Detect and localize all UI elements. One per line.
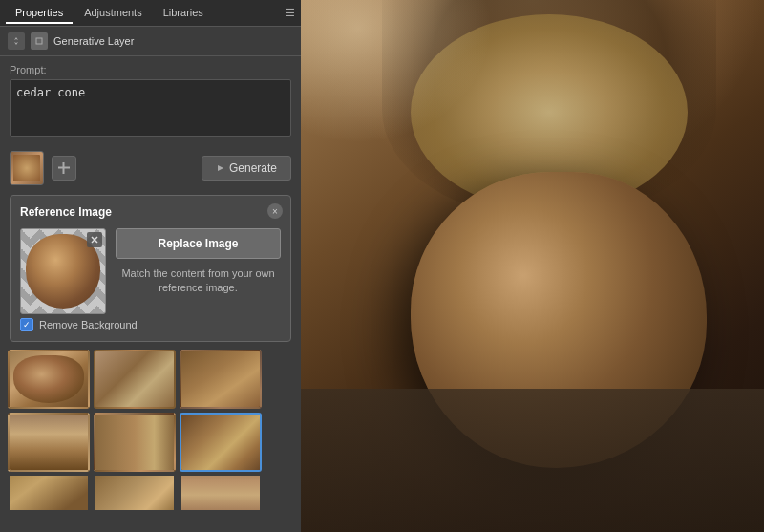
- svg-rect-3: [63, 162, 65, 174]
- thumbnail-9-image: [181, 476, 260, 510]
- thumbnail-6-image: [181, 415, 260, 470]
- wood-surface: [301, 389, 764, 532]
- thumbnail-row-2: [0, 413, 301, 472]
- properties-panel: Properties Adjustments Libraries ☰ Gener…: [0, 0, 301, 532]
- thumbnail-row-3: [0, 476, 301, 510]
- thumbnail-5-image: [96, 415, 174, 470]
- thumbnail-4-image: [10, 415, 88, 470]
- generate-row: Generate: [0, 145, 301, 191]
- thumbnail-3[interactable]: [180, 350, 262, 409]
- panel-tab-icons: ☰: [286, 7, 295, 19]
- remove-background-checkbox[interactable]: ✓: [20, 318, 33, 331]
- reference-thumbnail: [10, 151, 44, 185]
- reference-description: Match the content from your own referenc…: [116, 266, 281, 296]
- thumbnail-4[interactable]: [8, 413, 90, 472]
- generate-button[interactable]: Generate: [202, 156, 291, 181]
- thumbnail-1-image: [10, 351, 88, 407]
- thumbnail-row-1: [0, 350, 301, 409]
- close-reference-popup-button[interactable]: ×: [267, 203, 283, 219]
- svg-marker-4: [218, 165, 223, 171]
- thumbnail-8-image: [96, 476, 174, 510]
- add-reference-button[interactable]: [52, 156, 76, 181]
- panel-toolbar: Generative Layer: [0, 27, 301, 56]
- reference-popup-content: Replace Image Match the content from you…: [20, 228, 281, 314]
- layer-icon: [31, 32, 48, 50]
- svg-rect-1: [36, 38, 42, 44]
- thumbnail-7-image: [10, 476, 88, 510]
- svg-marker-0: [14, 37, 18, 45]
- remove-background-row: ✓ Remove Background: [20, 318, 281, 331]
- panel-tabs: Properties Adjustments Libraries ☰: [0, 0, 301, 27]
- reference-image-popup: Reference Image × Replace Image Match th…: [10, 195, 291, 342]
- reference-popup-right: Replace Image Match the content from you…: [116, 228, 281, 296]
- menu-icon[interactable]: ☰: [286, 7, 295, 19]
- prompt-input[interactable]: cedar cone: [10, 79, 291, 137]
- tab-adjustments[interactable]: Adjustments: [74, 3, 152, 24]
- panel-scrollable: Reference Image × Replace Image Match th…: [0, 191, 301, 532]
- thumbnail-5[interactable]: [94, 413, 176, 472]
- thumbnail-1[interactable]: [8, 350, 90, 409]
- bg-light-upper-left: [301, 0, 492, 143]
- delete-reference-image-button[interactable]: [87, 232, 102, 247]
- replace-image-button[interactable]: Replace Image: [116, 228, 281, 259]
- thumbnail-9[interactable]: [180, 476, 262, 510]
- tab-libraries[interactable]: Libraries: [154, 3, 213, 24]
- thumbnail-8[interactable]: [94, 476, 176, 510]
- prompt-label: Prompt:: [10, 64, 291, 75]
- thumbnail-2-image: [96, 351, 174, 407]
- reference-popup-title: Reference Image: [20, 205, 281, 219]
- thumbnail-6[interactable]: [180, 413, 262, 472]
- thumbnail-2[interactable]: [94, 350, 176, 409]
- reference-image-container: [20, 228, 106, 314]
- generative-layer-label: Generative Layer: [53, 35, 134, 47]
- thumbnail-3-image: [181, 351, 260, 407]
- prompt-section: Prompt: cedar cone: [0, 56, 301, 145]
- remove-background-label: Remove Background: [39, 319, 138, 330]
- tab-properties[interactable]: Properties: [6, 3, 73, 24]
- thumbnail-7[interactable]: [8, 476, 90, 510]
- move-tool-icon: [8, 32, 25, 50]
